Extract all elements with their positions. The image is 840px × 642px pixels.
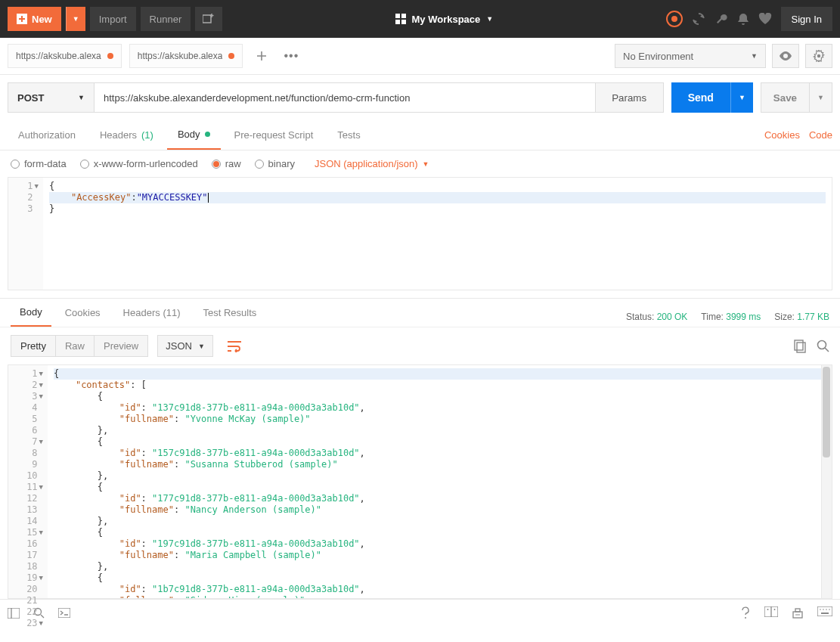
grid-icon (395, 14, 406, 24)
editor-gutter: 1▼2▼3▼4 5 6 7▼8 9 10 11▼12 13 14 15▼16 1… (8, 365, 48, 598)
svg-rect-2 (395, 14, 400, 18)
svg-point-25 (823, 609, 824, 610)
runner-button[interactable]: Runner (141, 7, 191, 31)
tab-title: https://akskube.alexa (138, 51, 223, 61)
add-tab-button[interactable] (250, 46, 273, 66)
view-mode-group: Pretty Raw Preview (11, 335, 148, 357)
format-select[interactable]: JSON ▼ (157, 335, 213, 357)
tab-prerequest[interactable]: Pre-request Script (224, 120, 324, 150)
environment-select[interactable]: No Environment ▼ (615, 44, 766, 68)
body-type-selector: form-data x-www-form-urlencoded raw bina… (0, 150, 840, 177)
resp-headers-count: (11) (163, 307, 180, 318)
capture-icon[interactable] (666, 11, 683, 27)
view-raw[interactable]: Raw (56, 336, 95, 356)
resp-tab-body[interactable]: Body (11, 306, 51, 327)
save-dropdown[interactable]: ▼ (810, 82, 832, 113)
svg-rect-9 (795, 340, 803, 350)
unsaved-dot-icon (107, 53, 113, 59)
heart-icon[interactable] (758, 13, 772, 25)
scrollbar[interactable] (821, 365, 832, 598)
sync-icon[interactable] (692, 12, 705, 26)
time-value: 3999 ms (726, 312, 761, 322)
send-dropdown[interactable]: ▼ (730, 82, 753, 113)
svg-rect-3 (401, 14, 406, 18)
radio-urlencoded[interactable]: x-www-form-urlencoded (80, 158, 198, 169)
new-button[interactable]: New (8, 7, 61, 31)
editor-gutter: 1▼2 3 (8, 178, 43, 290)
request-tab-0[interactable]: https://akskube.alexa (8, 44, 122, 68)
help-button[interactable] (740, 606, 751, 620)
bootcamp-button[interactable] (792, 606, 804, 620)
workspace-selector[interactable]: My Workspace ▼ (227, 14, 661, 25)
two-pane-button[interactable] (764, 606, 778, 620)
params-button[interactable]: Params (596, 82, 664, 113)
code-link[interactable]: Code (809, 129, 832, 141)
signin-button[interactable]: Sign In (781, 7, 832, 31)
url-input[interactable] (95, 82, 596, 113)
tab-authorization[interactable]: Authorization (8, 120, 86, 150)
copy-response-button[interactable] (794, 340, 806, 353)
request-body-editor[interactable]: 1▼2 3 { "AccessKey":"MYACCESSKEY"} (8, 177, 832, 290)
svg-rect-5 (401, 20, 406, 24)
search-response-button[interactable] (817, 340, 829, 353)
keyboard-shortcuts-button[interactable] (817, 606, 832, 620)
app-header: New ▼ Import Runner My Workspace ▼ Sign … (0, 0, 840, 38)
request-sub-tabs: Authorization Headers (1) Body Pre-reque… (0, 120, 840, 150)
new-window-button[interactable] (195, 7, 222, 31)
eye-icon (779, 51, 792, 60)
wrap-lines-button[interactable] (222, 337, 246, 355)
env-settings-button[interactable] (805, 44, 832, 68)
svg-point-19 (774, 609, 776, 610)
svg-point-24 (820, 609, 821, 610)
svg-point-7 (817, 54, 820, 57)
svg-rect-4 (395, 20, 400, 24)
send-button[interactable]: Send (671, 82, 730, 113)
svg-rect-28 (821, 613, 829, 614)
radio-raw[interactable]: raw (212, 158, 241, 169)
tab-body[interactable]: Body (167, 120, 221, 150)
gear-icon (813, 50, 825, 62)
tab-headers-label: Headers (100, 129, 137, 141)
view-pretty[interactable]: Pretty (11, 336, 56, 356)
chevron-down-icon: ▼ (486, 15, 493, 23)
editor-content[interactable]: { "contacts": [ { "id": "137c91d8-377b-e… (48, 365, 832, 598)
body-indicator-icon (205, 132, 210, 137)
view-preview[interactable]: Preview (95, 336, 147, 356)
resp-tab-tests[interactable]: Test Results (194, 307, 266, 326)
time-label: Time: (701, 312, 724, 322)
tab-headers[interactable]: Headers (1) (89, 120, 164, 150)
method-label: POST (17, 92, 44, 104)
env-quicklook-button[interactable] (772, 44, 799, 68)
method-select[interactable]: POST ▼ (8, 82, 95, 113)
scrollbar-thumb[interactable] (823, 367, 830, 457)
resp-tab-headers-label: Headers (123, 307, 160, 318)
radio-formdata[interactable]: form-data (11, 158, 67, 169)
console-button[interactable] (58, 608, 70, 618)
unsaved-dot-icon (228, 53, 234, 59)
svg-point-26 (826, 609, 827, 610)
import-button[interactable]: Import (90, 7, 136, 31)
svg-point-27 (829, 609, 830, 610)
wrap-icon (227, 340, 242, 352)
response-body-editor[interactable]: 1▼2▼3▼4 5 6 7▼8 9 10 11▼12 13 14 15▼16 1… (8, 364, 832, 599)
editor-content[interactable]: { "AccessKey":"MYACCESSKEY"} (43, 178, 832, 290)
content-type-select[interactable]: JSON (application/json) ▼ (315, 158, 429, 169)
radio-label: binary (268, 158, 295, 169)
cookies-link[interactable]: Cookies (764, 129, 800, 141)
radio-binary[interactable]: binary (255, 158, 295, 169)
svg-point-18 (767, 609, 769, 610)
wrench-icon[interactable] (714, 12, 728, 26)
tab-more-button[interactable]: ••• (281, 45, 302, 67)
response-stats: Status: 200 OK Time: 3999 ms Size: 1.77 … (626, 312, 829, 322)
save-button[interactable]: Save (761, 82, 810, 113)
new-dropdown[interactable]: ▼ (66, 7, 85, 31)
svg-point-10 (818, 340, 826, 349)
tab-tests[interactable]: Tests (327, 120, 370, 150)
bell-icon[interactable] (737, 12, 749, 26)
resp-tab-headers[interactable]: Headers (11) (114, 307, 190, 326)
resp-tab-cookies[interactable]: Cookies (56, 307, 110, 326)
radio-label: x-www-form-urlencoded (94, 158, 198, 169)
chevron-down-icon: ▼ (739, 94, 745, 101)
svg-point-6 (671, 16, 677, 22)
request-tab-1[interactable]: https://akskube.alexa (129, 44, 243, 68)
